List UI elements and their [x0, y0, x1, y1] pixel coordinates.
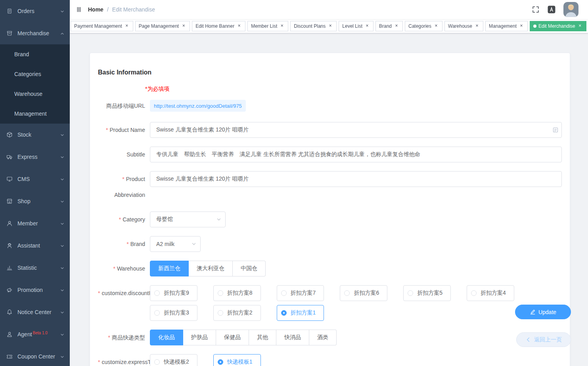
required-asterisk: * — [98, 290, 100, 296]
required-asterisk: * — [106, 127, 108, 133]
close-icon[interactable]: × — [519, 23, 524, 29]
form-row-express-template: *customize.expressTemplate 快递模板2快递模板1 — [98, 354, 562, 366]
sidebar-item-statistic[interactable]: Statistic — [0, 257, 70, 279]
chevron-down-icon — [60, 265, 65, 270]
sidebar-item-shop[interactable]: Shop — [0, 190, 70, 212]
brand-select[interactable]: A2 milk — [150, 236, 201, 252]
sidebar-item-stock[interactable]: Stock — [0, 124, 70, 146]
sidebar-toggle[interactable] — [70, 0, 88, 19]
warehouse-option-2[interactable]: 澳大利亚仓 — [189, 261, 233, 276]
discount-plan-option-2[interactable]: 折扣方案2 — [213, 305, 261, 321]
express-type-option-4[interactable]: 其他 — [249, 330, 276, 345]
user-avatar[interactable] — [563, 2, 578, 17]
warehouse-option-1[interactable]: 新西兰仓 — [150, 261, 189, 276]
discount-plan-option-6[interactable]: 折扣方案6 — [340, 285, 387, 301]
required-asterisk: * — [119, 216, 121, 223]
close-icon[interactable]: × — [236, 23, 242, 29]
close-icon[interactable]: × — [124, 23, 130, 29]
tab-payment-management[interactable]: Payment Management× — [71, 21, 133, 31]
close-icon[interactable]: × — [181, 23, 186, 29]
close-icon[interactable]: × — [279, 23, 285, 29]
close-icon[interactable]: × — [328, 23, 333, 29]
statistic-icon — [6, 265, 13, 271]
express-template-option-2[interactable]: 快递模板2 — [150, 354, 197, 366]
sidebar-item-express[interactable]: Express — [0, 146, 70, 168]
back-button[interactable]: 返回上一页 — [516, 332, 571, 347]
tab-page-management[interactable]: Page Management× — [135, 21, 190, 31]
sidebar-item-member[interactable]: Member — [0, 212, 70, 234]
radio-icon — [344, 290, 350, 296]
radio-label: 折扣方案4 — [481, 290, 506, 297]
sidebar-item-brand[interactable]: Brand — [0, 44, 70, 64]
member-icon — [6, 220, 13, 227]
tab-management[interactable]: Management× — [485, 21, 528, 31]
express-type-option-6[interactable]: 酒类 — [309, 330, 337, 345]
sidebar-item-management[interactable]: Management — [0, 104, 70, 124]
update-button[interactable]: Update — [515, 305, 571, 319]
category-select[interactable]: 母婴馆 — [150, 212, 226, 227]
discount-plan-option-8[interactable]: 折扣方案8 — [213, 285, 261, 301]
discount-plan-option-4[interactable]: 折扣方案4 — [467, 285, 514, 301]
discount-plan-option-3[interactable]: 折扣方案3 — [150, 305, 197, 321]
close-icon[interactable]: × — [577, 23, 583, 29]
express-type-option-2[interactable]: 护肤品 — [183, 330, 216, 345]
tab-brand[interactable]: Brand× — [375, 21, 403, 31]
express-type-label-text: 商品快递类型 — [112, 334, 145, 341]
tab-discount-plans[interactable]: Discount Plans× — [290, 21, 337, 31]
sidebar-item-assistant[interactable]: Assistant — [0, 234, 70, 257]
sidebar-item-orders[interactable]: Orders — [0, 0, 70, 22]
tab-label: Member List — [251, 23, 277, 29]
chevron-down-icon — [191, 241, 197, 247]
close-icon[interactable]: × — [364, 23, 370, 29]
fullscreen-icon[interactable] — [532, 6, 540, 13]
tab-warehouse[interactable]: Warehouse× — [444, 21, 483, 31]
sidebar-item-label: Agent — [17, 331, 32, 337]
close-icon[interactable]: × — [433, 23, 439, 29]
sidebar-item-merchandise[interactable]: Merchandise — [0, 22, 70, 44]
tab-label: Page Management — [139, 23, 179, 29]
tab-edit-merchandise[interactable]: Edit Merchandise× — [530, 21, 586, 31]
tab-member-list[interactable]: Member List× — [247, 21, 288, 31]
discount-plan-option-5[interactable]: 折扣方案5 — [403, 285, 451, 301]
discount-plan-option-7[interactable]: 折扣方案7 — [277, 285, 324, 301]
sidebar-item-notice-center[interactable]: Notice Center — [0, 301, 70, 323]
sidebar-item-label: Assistant — [17, 242, 40, 249]
form-row-mobile-url: 商品移动端URL http://test.ohmynz.com/goodDeta… — [98, 100, 562, 112]
product-name-label-text: Product Name — [110, 127, 145, 133]
express-type-option-1[interactable]: 化妆品 — [150, 330, 183, 345]
close-icon[interactable]: × — [394, 23, 399, 29]
promotion-icon — [6, 287, 13, 293]
express-template-option-1[interactable]: 快递模板1 — [213, 354, 261, 366]
header: Home / Edit Merchandise — [70, 0, 588, 19]
sidebar-item-warehouse[interactable]: Warehouse — [0, 84, 70, 104]
sidebar-item-categories[interactable]: Categories — [0, 64, 70, 84]
discount-plan-option-1[interactable]: 折扣方案1 — [277, 305, 324, 321]
product-name-input[interactable] — [150, 122, 562, 138]
close-icon[interactable]: × — [474, 23, 480, 29]
warehouse-option-3[interactable]: 中国仓 — [233, 261, 266, 276]
chevron-down-icon — [60, 288, 65, 292]
orders-icon — [6, 8, 13, 14]
mobile-url-link[interactable]: http://test.ohmynz.com/goodDetail/975 — [150, 100, 246, 112]
tab-level-list[interactable]: Level List× — [339, 21, 373, 31]
subtitle-input[interactable] — [150, 147, 562, 162]
breadcrumb-home[interactable]: Home — [88, 6, 103, 13]
express-type-label: *商品快递类型 — [98, 330, 150, 345]
abbreviation-input[interactable] — [150, 171, 562, 187]
chevron-down-icon — [60, 177, 65, 181]
main-content: Basic Information *为必填项 商品移动端URL http://… — [70, 33, 588, 366]
header-actions — [524, 2, 588, 17]
sidebar-item-agent[interactable]: AgentBeta 1.0 — [0, 323, 70, 345]
discount-plan-option-9[interactable]: 折扣方案9 — [150, 285, 197, 301]
form-row-express-type: *商品快递类型 化妆品护肤品保健品其他快消品酒类 — [98, 330, 562, 345]
tab-categories[interactable]: Categories× — [405, 21, 442, 31]
tab-label: Discount Plans — [294, 23, 326, 29]
radio-label: 折扣方案1 — [291, 309, 316, 316]
express-type-option-5[interactable]: 快消品 — [276, 330, 309, 345]
sidebar-item-promotion[interactable]: Promotion — [0, 279, 70, 301]
language-icon[interactable] — [548, 6, 555, 13]
sidebar-item-coupon-center[interactable]: Coupon Center — [0, 345, 70, 366]
express-type-option-3[interactable]: 保健品 — [216, 330, 249, 345]
tab-edit-home-banner[interactable]: Edit Home Banner× — [192, 21, 245, 31]
sidebar-item-cms[interactable]: CMS — [0, 168, 70, 190]
